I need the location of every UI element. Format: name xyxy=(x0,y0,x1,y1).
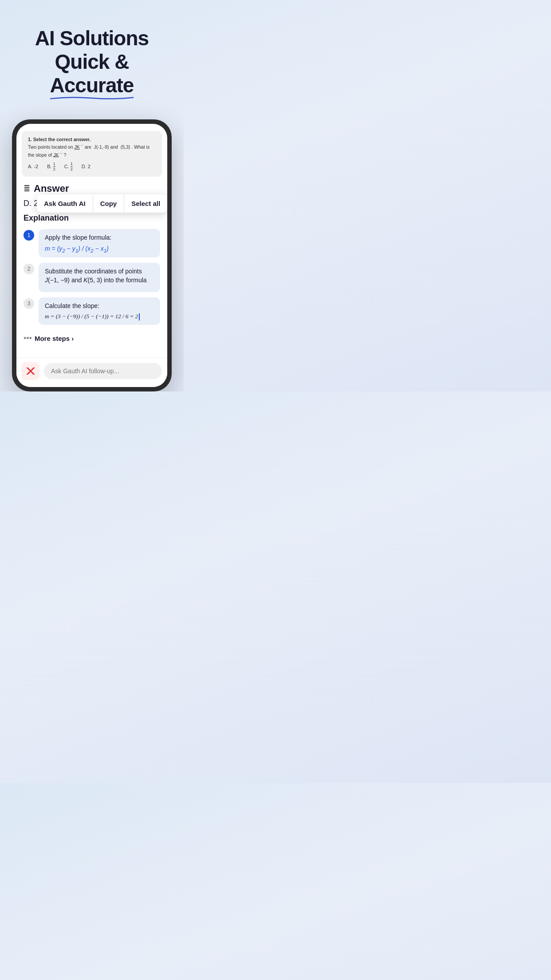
choice-d: D. 2 xyxy=(82,162,91,171)
step-2: 2 Substitute the coordinates of points J… xyxy=(24,263,160,292)
explanation-section: Explanation 1 Apply the slope formula: m… xyxy=(16,213,167,357)
step-1-number: 1 xyxy=(24,230,34,241)
more-steps[interactable]: ••• More steps › xyxy=(24,330,160,347)
explanation-title: Explanation xyxy=(24,213,160,223)
question-header: 1. Select the correct answer. xyxy=(28,136,156,143)
answer-header: ≣ Answer xyxy=(24,181,160,194)
gauth-logo xyxy=(22,362,39,380)
bottom-bar xyxy=(16,357,167,387)
question-card: 1. Select the correct answer. Two points… xyxy=(22,131,162,177)
step-2-text: Substitute the coordinates of points J(−… xyxy=(45,267,154,285)
step-3-content: Calculate the slope: m = (3 − (−9)) / (5… xyxy=(39,297,160,325)
step-1: 1 Apply the slope formula: m = (y2 − y1)… xyxy=(24,229,160,257)
step-3-text: Calculate the slope: xyxy=(45,302,154,311)
more-steps-dots: ••• xyxy=(24,334,32,343)
more-steps-text: More steps › xyxy=(35,335,74,342)
copy-button[interactable]: Copy xyxy=(93,194,124,213)
step-1-text: Apply the slope formula: xyxy=(45,233,154,242)
phone-mockup: 1. Select the correct answer. Two points… xyxy=(12,119,172,391)
hero-line2: Quick & Accurate xyxy=(13,50,170,97)
question-problem: Two points located on JK→ are J(-1,-9) a… xyxy=(28,143,156,158)
choice-c: C. 12 xyxy=(64,162,73,171)
question-choices: A. -2 B. 12 C. 12 D. 2 xyxy=(28,162,156,171)
ask-gauth-ai-button[interactable]: Ask Gauth AI xyxy=(37,194,93,213)
answer-icon: ≣ xyxy=(24,184,30,194)
step-1-formula: m = (y2 − y1) / (x2 − x1) xyxy=(45,245,154,253)
svg-marker-0 xyxy=(26,368,35,375)
choice-a: A. -2 xyxy=(28,162,38,171)
hero-title: AI Solutions Quick & Accurate xyxy=(13,27,170,97)
answer-value-row: D. 2 Ask Gauth AI Copy Select all xyxy=(24,199,160,208)
step-2-number: 2 xyxy=(24,264,34,274)
choice-b: B. 12 xyxy=(47,162,55,171)
gauth-logo-icon xyxy=(24,365,37,377)
step-3: 3 Calculate the slope: m = (3 − (−9)) / … xyxy=(24,297,160,325)
step-3-formula: m = (3 − (−9)) / (5 − (−1)) = 12 / 6 = 2 xyxy=(45,313,154,320)
context-menu: Ask Gauth AI Copy Select all xyxy=(37,194,167,213)
phone-screen: 1. Select the correct answer. Two points… xyxy=(16,124,167,387)
step-1-content: Apply the slope formula: m = (y2 − y1) /… xyxy=(39,229,160,257)
answer-value: D. 2 xyxy=(24,199,38,208)
follow-up-input[interactable] xyxy=(44,363,162,379)
hero-section: AI Solutions Quick & Accurate xyxy=(0,0,184,111)
hero-line1: AI Solutions xyxy=(35,27,149,50)
step-2-content: Substitute the coordinates of points J(−… xyxy=(39,263,160,292)
answer-label: Answer xyxy=(34,183,69,194)
answer-section: ≣ Answer D. 2 Ask Gauth AI Copy Select a… xyxy=(16,181,167,208)
step-3-number: 3 xyxy=(24,298,34,309)
select-all-button[interactable]: Select all xyxy=(124,194,167,213)
